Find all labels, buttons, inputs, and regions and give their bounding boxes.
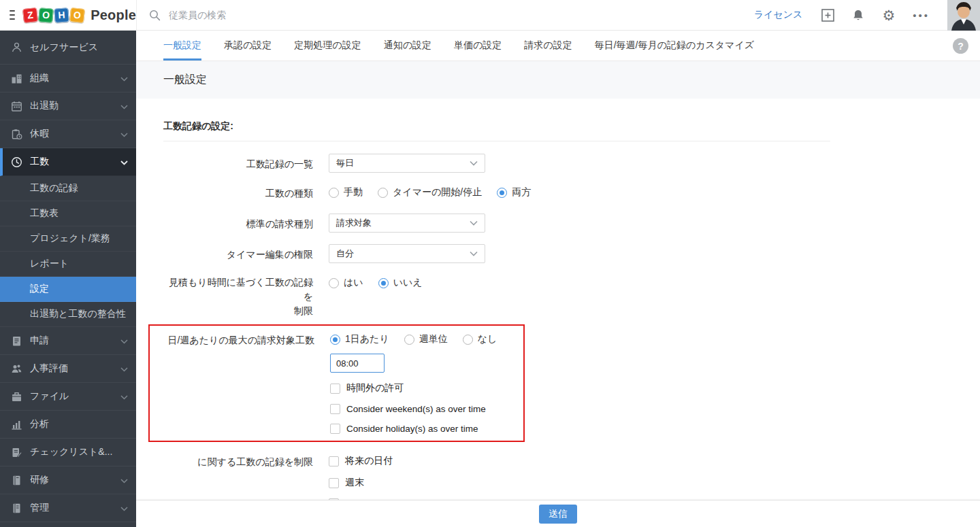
sidebar-subitem-projects-jobs[interactable]: プロジェクト/業務 [0,226,136,252]
sidebar-subitem-label: 工数の記録 [30,182,78,194]
tab-notification-settings[interactable]: 通知の設定 [384,31,431,61]
sidebar-item-performance[interactable]: 人事評価 [0,355,136,383]
employee-search-bar[interactable] [136,0,754,30]
sidebar-item-analytics[interactable]: 分析 [0,411,136,439]
submit-button[interactable]: 送信 [539,505,577,524]
select-value: 毎日 [336,157,470,169]
sidebar-item-attendance[interactable]: 出退勤 [0,92,136,120]
sidebar-item-admin[interactable]: 管理 [0,494,136,522]
topbar-right-actions: ライセンス ⚙ ••• [754,0,980,30]
tab-scheduler-settings[interactable]: 定期処理の設定 [294,31,361,61]
radio-circle [329,188,339,198]
log-list-select[interactable]: 毎日 [329,154,485,173]
tab-rate-settings[interactable]: 単価の設定 [454,31,502,61]
sidebar-item-timesheet[interactable]: 工数 [0,148,136,176]
checkbox-box [329,456,339,466]
radio-label: 手動 [344,186,363,199]
radio-per-week[interactable]: 週単位 [404,333,448,345]
logo-tile-h: H [54,7,69,22]
sidebar-item-self-service[interactable]: セルフサービス [0,31,136,65]
field-label-line1: 見積もり時間に基づく工数の記録を [163,275,313,304]
gear-icon[interactable]: ⚙ [882,8,895,22]
timer-permission-select[interactable]: 自分 [329,244,485,263]
tab-approval-settings[interactable]: 承認の設定 [224,31,272,61]
checkbox-label: 時間外の許可 [346,382,404,394]
sidebar-item-label: 管理 [30,502,120,514]
sidebar-item-leave[interactable]: 休暇 [0,120,136,148]
tab-billing-settings[interactable]: 請求の設定 [524,31,572,61]
sidebar-item-label: 工数 [30,156,120,168]
brand-zone: Z O H O People [0,0,136,30]
employee-search-input[interactable] [169,10,455,20]
files-icon [11,391,22,403]
main-content: 一般設定 承認の設定 定期処理の設定 通知の設定 単価の設定 請求の設定 毎日/… [136,31,980,527]
radio-timer[interactable]: タイマーの開始/停止 [378,186,482,199]
checkbox-holiday-overtime[interactable]: Consider holiday(s) as over time [330,424,512,434]
sidebar-item-requests[interactable]: 申請 [0,327,136,355]
page-title-band: 一般設定 [136,61,980,99]
zoho-people-logo[interactable]: Z O H O People [23,7,136,23]
user-avatar[interactable] [947,0,980,31]
logo-tile-o2: O [69,7,85,22]
form-row-log-list: 工数記録の一覧 毎日 [163,154,980,173]
sidebar-subitem-label: 工数表 [30,207,59,220]
radio-manual[interactable]: 手動 [329,186,363,199]
tab-general-settings[interactable]: 一般設定 [163,31,201,61]
checkbox-label: Consider holiday(s) as over time [346,424,478,434]
chevron-down-icon [120,475,128,486]
checkbox-weekend-overtime[interactable]: Consider weekend(s) as over time [330,404,512,414]
sidebar-item-checklist[interactable]: チェックリスト&... [0,439,136,466]
radio-circle [404,335,414,345]
analytics-icon [11,419,22,430]
attendance-icon [11,101,22,112]
checkbox-future-dates[interactable]: 将来の日付 [329,455,393,467]
sidebar-item-training[interactable]: 研修 [0,466,136,494]
help-icon[interactable]: ? [953,38,968,54]
sidebar-subitem-settings[interactable]: 設定 [0,277,136,302]
performance-icon [11,363,22,375]
checkbox-box [329,478,339,488]
form-footer: 送信 [136,500,980,527]
training-icon [11,475,22,486]
add-square-icon[interactable] [821,9,834,22]
form-row-max-billable: 日/週あたりの最大の請求対象工数 1日あたり 週単位 なし 時間外の許可 Con… [165,333,523,434]
checkbox-box [330,384,340,394]
checkbox-box [330,404,340,414]
radio-none[interactable]: なし [463,333,497,345]
billing-status-select[interactable]: 請求対象 [329,214,485,233]
logo-tile-o1: O [38,7,54,23]
radio-yes[interactable]: はい [329,277,363,289]
section-divider [163,141,830,141]
radio-per-day[interactable]: 1日あたり [330,333,389,345]
bell-icon[interactable] [852,9,864,22]
sidebar-item-organization[interactable]: 組織 [0,65,136,92]
radio-circle [329,278,339,288]
sidebar-item-label: 分析 [30,418,128,430]
hamburger-menu-icon[interactable] [10,10,15,20]
sidebar-subitem-reports[interactable]: レポート [0,252,136,277]
sidebar-item-label: ファイル [30,390,120,403]
radio-no[interactable]: いいえ [378,277,423,289]
leave-icon [11,129,22,140]
radio-label: なし [478,333,497,345]
radio-circle [463,335,473,345]
checkbox-overtime-permission[interactable]: 時間外の許可 [330,382,512,394]
radio-label: はい [344,277,363,289]
field-label: に関する工数の記録を制限 [163,455,313,469]
sidebar-subitem-timesheets[interactable]: 工数表 [0,201,136,226]
chevron-down-icon [120,503,128,513]
sidebar-item-files[interactable]: ファイル [0,383,136,411]
sidebar-item-label: セルフサービス [30,41,128,54]
admin-icon [11,503,22,514]
radio-circle [378,188,388,198]
tab-log-customization[interactable]: 毎日/毎週/毎月の記録のカスタマイズ [595,31,754,61]
sidebar-subitem-time-logs[interactable]: 工数の記録 [0,176,136,201]
sidebar-subitem-attendance-integration[interactable]: 出退勤と工数の整合性 [0,302,136,327]
sidebar-subitem-label: プロジェクト/業務 [30,233,110,245]
license-link[interactable]: ライセンス [754,9,803,21]
max-hours-input[interactable] [330,354,385,373]
radio-both[interactable]: 両方 [497,186,531,199]
field-label: 標準の請求種別 [163,214,313,231]
checkbox-weekends[interactable]: 週末 [329,477,393,489]
more-options-icon[interactable]: ••• [913,10,930,21]
